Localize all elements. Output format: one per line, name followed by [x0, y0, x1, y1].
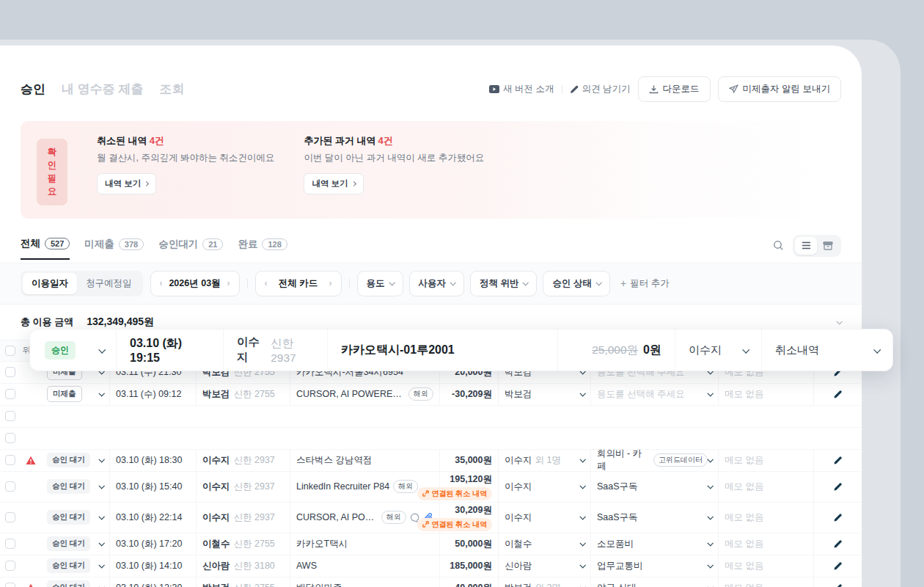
- usage-value: SaaS구독: [597, 481, 638, 493]
- usage-select[interactable]: SaaS구독: [591, 503, 719, 533]
- user-select[interactable]: 신아람: [499, 555, 591, 577]
- chevron-down-icon[interactable]: [98, 483, 104, 489]
- user-select[interactable]: 박보검: [499, 384, 591, 405]
- chevron-down-icon[interactable]: [98, 540, 104, 546]
- chevron-down-icon: [707, 483, 713, 489]
- row-checkbox[interactable]: [5, 367, 15, 377]
- user-select[interactable]: 이철수: [499, 533, 591, 555]
- status-tab-3[interactable]: 완료128: [238, 237, 287, 260]
- select-all-checkbox[interactable]: [5, 346, 15, 356]
- row-checkbox[interactable]: [5, 561, 15, 571]
- status-tab-1[interactable]: 미제출378: [84, 237, 144, 260]
- user-select[interactable]: 이수지: [499, 472, 591, 502]
- linked-cancel-tag[interactable]: 연결된 취소 내역: [417, 518, 492, 531]
- search-icon[interactable]: [773, 240, 784, 251]
- row-checkbox[interactable]: [5, 455, 15, 465]
- collapse-chevron-icon[interactable]: [836, 318, 842, 324]
- chevron-down-icon[interactable]: [98, 584, 104, 587]
- chevron-down-icon[interactable]: [98, 514, 104, 519]
- table-row[interactable]: 승인 대기 03.10 (화) 18:30 이수지신한 2937 스타벅스 강남…: [0, 450, 862, 472]
- chevron-down-icon: [579, 456, 585, 462]
- status-tab-2[interactable]: 승인대기21: [158, 237, 223, 260]
- table-row[interactable]: 승인 대기 03.10 (화) 15:40 이수지신한 2937 LinkedI…: [0, 472, 862, 503]
- filter-dropdown-0[interactable]: 용도: [357, 271, 403, 296]
- edit-memo-icon[interactable]: [833, 513, 843, 522]
- chevron-down-icon: [523, 280, 529, 285]
- tab-my-receipts[interactable]: 내 영수증 제출: [62, 81, 143, 98]
- list-view-button[interactable]: [795, 237, 817, 255]
- feedback-button[interactable]: 의견 남기기: [570, 83, 631, 95]
- linked-cancel-tag[interactable]: 연결된 취소 내역: [417, 487, 492, 500]
- user-select[interactable]: 이수지: [499, 503, 591, 533]
- row-checkbox[interactable]: [5, 583, 15, 587]
- card-owner: 이수지: [202, 511, 230, 524]
- table-row[interactable]: 승인 대기 03.10 (화) 17:20 이철수신한 2755 카카오T택시 …: [0, 533, 862, 555]
- user-select[interactable]: 박보검외 2명: [499, 577, 591, 587]
- usage-select[interactable]: 회의비 - 카페고위드데이터: [591, 450, 719, 471]
- edit-memo-icon[interactable]: [833, 390, 843, 399]
- table-row[interactable]: [0, 428, 862, 450]
- view-cancelled-button[interactable]: 내역 보기: [97, 173, 156, 194]
- billing-date-toggle[interactable]: 청구예정일: [77, 273, 141, 294]
- plus-icon: +: [620, 277, 626, 289]
- chevron-right-icon: [351, 181, 356, 186]
- usage-select[interactable]: 야근 식대: [591, 577, 719, 587]
- card-selector[interactable]: ‹ 전체 카드 ›: [255, 271, 342, 296]
- view-added-button[interactable]: 내역 보기: [304, 173, 363, 194]
- row-checkbox[interactable]: [5, 411, 15, 421]
- memo-placeholder: 메모 없음: [725, 511, 763, 524]
- usage-date-toggle[interactable]: 이용일자: [23, 273, 77, 294]
- merchant-name: 카카오T택시: [296, 538, 348, 550]
- chevron-left-icon[interactable]: ‹: [160, 279, 163, 288]
- row-checkbox[interactable]: [5, 539, 15, 549]
- chevron-left-icon[interactable]: ‹: [265, 279, 268, 288]
- overlay-user-select[interactable]: 이수지: [675, 329, 762, 371]
- row-checkbox[interactable]: [5, 433, 15, 443]
- new-version-button[interactable]: 새 버전 소개: [489, 83, 554, 95]
- filter-dropdown-1[interactable]: 사용자: [409, 271, 465, 296]
- table-row[interactable]: 미제출 03.11 (수) 09:12 박보검신한 2755 CURSOR, A…: [0, 384, 862, 406]
- edit-memo-icon[interactable]: [833, 456, 843, 465]
- table-row[interactable]: 승인 대기 03.10 (화) 22:14 이수지신한 2937 CURSOR,…: [0, 503, 862, 533]
- row-checkbox[interactable]: [5, 389, 15, 399]
- chevron-down-icon[interactable]: [98, 346, 106, 353]
- overlay-usage-select[interactable]: 취소내역: [762, 329, 892, 371]
- usage-select[interactable]: 용도를 선택해 주세요: [591, 384, 719, 405]
- chevron-down-icon: [595, 280, 601, 285]
- row-checkbox[interactable]: [5, 481, 15, 492]
- month-selector[interactable]: ‹ 2026년 03월 ›: [150, 271, 240, 296]
- edit-memo-icon[interactable]: [833, 583, 843, 587]
- chevron-down-icon: [579, 540, 585, 546]
- chevron-down-icon: [579, 390, 585, 396]
- edit-memo-icon[interactable]: [833, 561, 843, 571]
- table-row[interactable]: 승인 대기 03.10 (화) 12:30 박보검신한 2755 배달의민족 4…: [0, 577, 862, 587]
- filter-dropdown-3[interactable]: 승인 상태: [543, 271, 609, 296]
- usage-value: 회의비 - 카페: [597, 448, 650, 473]
- highlighted-row-overlay[interactable]: 승인 03.10 (화) 19:15 이수지 신한 2937 카카오택시-01루…: [29, 329, 893, 371]
- usage-select[interactable]: SaaS구독: [591, 472, 719, 502]
- download-button[interactable]: 다운로드: [638, 76, 711, 102]
- edit-memo-icon[interactable]: [833, 482, 843, 492]
- table-row[interactable]: [0, 406, 862, 428]
- tab-approval[interactable]: 승인: [21, 81, 45, 98]
- row-checkbox[interactable]: [5, 512, 15, 522]
- chevron-down-icon[interactable]: [98, 456, 104, 462]
- archive-view-button[interactable]: [817, 237, 839, 255]
- chevron-right-icon[interactable]: ›: [227, 279, 230, 288]
- amount-value: 195,120원: [450, 473, 492, 486]
- table-body: 미제출 03.11 (수) 21:30 박보검신한 2755 카카오택시-서울3…: [0, 362, 862, 587]
- status-tab-0[interactable]: 전체527: [21, 237, 70, 260]
- user-select[interactable]: 이수지외 1명: [499, 450, 591, 471]
- notify-unsubmitted-button[interactable]: 미제출자 알림 보내기: [718, 76, 841, 102]
- chevron-right-icon[interactable]: ›: [329, 279, 331, 288]
- usage-select[interactable]: 업무교통비: [591, 555, 719, 577]
- filter-dropdown-2[interactable]: 정책 위반: [470, 271, 537, 296]
- usage-select[interactable]: 소모품비: [591, 533, 719, 555]
- chevron-down-icon[interactable]: [98, 562, 104, 568]
- add-filter-button[interactable]: +필터 추가: [620, 277, 670, 290]
- chevron-down-icon[interactable]: [98, 390, 104, 396]
- table-row[interactable]: 승인 대기 03.10 (화) 14:10 신아람신한 3180 AWS 185…: [0, 555, 862, 577]
- edit-memo-icon[interactable]: [833, 539, 843, 549]
- tab-lookup[interactable]: 조회: [159, 81, 184, 98]
- notice-banner: 확인 필요 취소된 내역4건 월 결산시, 주의깊게 봐야하는 취소건이에요 내…: [21, 121, 841, 219]
